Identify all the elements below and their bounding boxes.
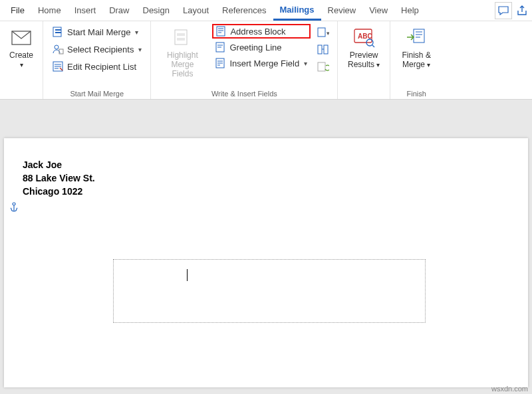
match-fields-button[interactable] <box>316 43 331 57</box>
share-button[interactable] <box>516 5 528 17</box>
recipient-text-frame[interactable] <box>113 259 426 323</box>
address-block-icon <box>216 26 227 37</box>
preview-l2: Results <box>348 60 374 69</box>
sender-street: 88 Lake View St. <box>23 171 509 185</box>
ribbon: Create▾ Start Mail Merge ▾ Select Recipi… <box>0 21 532 100</box>
tab-mailings[interactable]: Mailings <box>273 1 321 21</box>
sender-name: Jack Joe <box>23 158 509 171</box>
tab-design[interactable]: Design <box>136 1 176 19</box>
tab-references[interactable]: References <box>215 1 273 19</box>
greeting-line-button[interactable]: Greeting Line <box>212 40 311 54</box>
group-start-mail-merge: Start Mail Merge ▾ Select Recipients ▾ E… <box>43 21 151 99</box>
group-start-label: Start Mail Merge <box>49 88 145 98</box>
share-icon <box>516 5 528 17</box>
group-write-insert-label: Write & Insert Fields <box>156 88 332 98</box>
tab-help[interactable]: Help <box>394 1 426 19</box>
comments-button[interactable] <box>495 2 512 19</box>
create-label: Create <box>9 50 33 60</box>
recipients-icon <box>52 43 64 55</box>
create-envelopes-button[interactable]: Create▾ <box>5 24 37 96</box>
group-finish-label: Finish <box>396 88 437 98</box>
edit-recipient-label: Edit Recipient List <box>67 62 136 72</box>
svg-rect-9 <box>177 38 185 41</box>
tab-file[interactable]: File <box>4 1 31 19</box>
match-fields-icon <box>317 45 329 55</box>
tab-review[interactable]: Review <box>321 1 363 19</box>
preview-icon: ABC <box>352 28 375 48</box>
preview-results-button[interactable]: ABC PreviewResults ▾ <box>343 24 384 96</box>
envelope-page[interactable]: Jack Joe 88 Lake View St. Chicago 1022 <box>4 138 528 387</box>
svg-rect-15 <box>318 45 322 54</box>
anchor-icon <box>9 202 19 213</box>
group-create: Create▾ <box>0 21 43 99</box>
edit-list-icon <box>52 60 64 72</box>
svg-rect-10 <box>217 27 225 36</box>
insert-field-icon <box>215 58 226 68</box>
preview-l1: Preview <box>350 50 378 60</box>
finish-icon <box>406 28 427 48</box>
update-labels-icon <box>317 62 329 72</box>
greeting-line-label: Greeting Line <box>229 43 281 52</box>
text-cursor <box>187 269 188 281</box>
watermark: wsxdn.com <box>491 385 528 393</box>
address-block-label: Address Block <box>230 27 285 37</box>
group-preview-label <box>343 96 384 98</box>
finish-merge-button[interactable]: Finish &Merge ▾ <box>396 24 437 88</box>
start-mail-merge-button[interactable]: Start Mail Merge ▾ <box>49 24 145 40</box>
highlight-l1: Highlight <box>167 50 198 60</box>
edit-recipient-list-button[interactable]: Edit Recipient List <box>49 58 145 74</box>
svg-rect-2 <box>55 29 61 31</box>
select-recipients-button[interactable]: Select Recipients ▾ <box>49 41 145 57</box>
chevron-down-icon: ▾ <box>135 29 138 36</box>
tab-view[interactable]: View <box>362 1 394 19</box>
envelope-icon <box>11 31 31 45</box>
svg-rect-16 <box>324 45 328 54</box>
speech-bubble-icon <box>498 6 509 15</box>
highlight-l2: Merge Fields <box>171 60 194 78</box>
start-mail-merge-label: Start Mail Merge <box>67 27 130 37</box>
rules-icon: ▾ <box>317 27 329 38</box>
update-labels-button[interactable] <box>316 60 331 74</box>
svg-rect-17 <box>318 62 325 71</box>
chevron-down-icon: ▾ <box>138 46 142 53</box>
document-start-icon <box>52 26 64 38</box>
svg-text:▾: ▾ <box>327 30 329 37</box>
svg-rect-8 <box>177 33 185 36</box>
group-create-label <box>5 96 37 98</box>
finish-l2: Merge <box>402 60 425 69</box>
tab-draw[interactable]: Draw <box>102 1 136 19</box>
sender-address-block[interactable]: Jack Joe 88 Lake View St. Chicago 1022 <box>23 158 509 198</box>
document-canvas: Jack Joe 88 Lake View St. Chicago 1022 <box>0 100 532 394</box>
address-block-button[interactable]: Address Block <box>212 24 311 39</box>
svg-rect-3 <box>55 32 61 33</box>
greeting-icon <box>215 42 226 52</box>
menu-tabs: File Home Insert Draw Design Layout Refe… <box>0 0 532 21</box>
tab-insert[interactable]: Insert <box>68 1 103 19</box>
finish-l1: Finish & <box>402 50 431 60</box>
sender-city: Chicago 1022 <box>23 185 509 198</box>
svg-rect-7 <box>175 30 187 45</box>
select-recipients-label: Select Recipients <box>67 45 134 54</box>
group-write-insert: HighlightMerge Fields Address Block Gree… <box>151 21 338 99</box>
svg-rect-13 <box>318 28 325 37</box>
tab-layout[interactable]: Layout <box>176 1 215 19</box>
highlight-icon <box>173 28 192 48</box>
rules-button[interactable]: ▾ <box>316 25 331 40</box>
highlight-merge-fields-button[interactable]: HighlightMerge Fields <box>156 24 208 88</box>
chevron-down-icon: ▾ <box>304 60 307 67</box>
svg-point-4 <box>55 45 59 49</box>
group-finish: Finish &Merge ▾ Finish <box>390 21 442 99</box>
svg-rect-21 <box>414 29 424 43</box>
insert-merge-field-button[interactable]: Insert Merge Field ▾ <box>212 56 311 70</box>
group-preview: ABC PreviewResults ▾ <box>338 21 390 99</box>
tab-home[interactable]: Home <box>31 1 68 19</box>
svg-text:ABC: ABC <box>358 33 372 40</box>
insert-merge-field-label: Insert Merge Field <box>229 58 299 68</box>
